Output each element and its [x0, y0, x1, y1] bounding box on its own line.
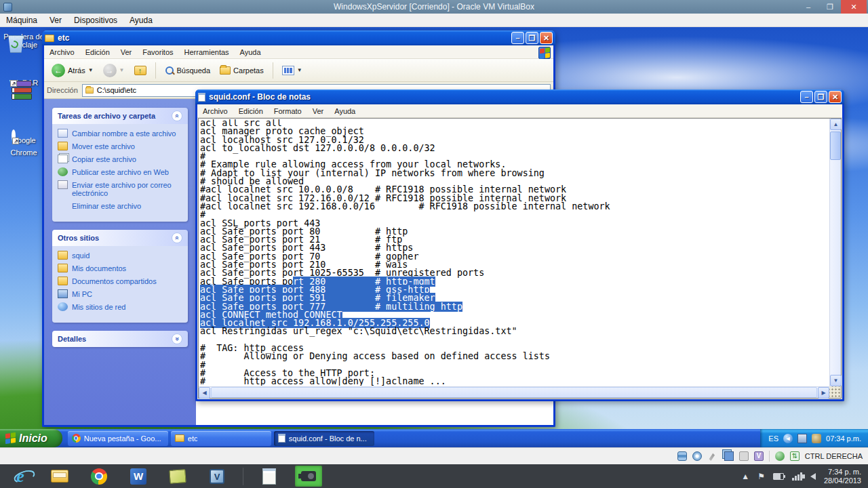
desktop-icon-google-chrome[interactable]: ↗ Google Chrome — [1, 123, 46, 157]
shared-folders-icon[interactable] — [724, 451, 734, 461]
desktop-icon-winrar[interactable]: ↗ WinRAR — [1, 79, 46, 87]
explorer-close-button[interactable]: ✕ — [540, 32, 553, 44]
task-pane-link[interactable]: Copiar este archivo — [58, 155, 184, 163]
menu-item[interactable]: Edición — [233, 107, 269, 115]
scroll-up-icon[interactable]: ▲ — [830, 119, 842, 130]
collapse-chevron-icon[interactable]: » — [172, 110, 182, 121]
action-center-flag-icon[interactable]: ⚑ — [757, 472, 765, 481]
notepad-minimize-button[interactable]: – — [800, 91, 813, 103]
horizontal-scroll-thumb[interactable] — [211, 387, 817, 398]
task-pane-link[interactable]: Cambiar nombre a este archivo — [58, 129, 184, 138]
vbx-network-icon[interactable] — [775, 451, 785, 461]
taskbar-button-notepad[interactable] — [256, 466, 283, 487]
notepad-titlebar[interactable]: squid.conf - Bloc de notas – ❐ ✕ — [195, 89, 844, 104]
start-button[interactable]: Inicio — [0, 429, 62, 447]
file-tasks-panel-header[interactable]: Tareas de archivo y carpeta » — [52, 108, 188, 124]
forward-button[interactable]: → ▼ — [100, 62, 128, 79]
other-places-panel-header[interactable]: Otros sitios » — [52, 230, 188, 246]
panel-title: Detalles — [58, 335, 86, 343]
xp-volume-icon[interactable] — [812, 434, 821, 443]
menu-item[interactable]: Archivo — [44, 48, 80, 56]
task-pane-link[interactable]: Mover este archivo — [58, 142, 184, 150]
menu-item[interactable]: Archivo — [197, 107, 233, 115]
scroll-down-icon[interactable]: ▼ — [830, 375, 842, 386]
search-button[interactable]: Búsqueda — [161, 64, 214, 77]
features-icon[interactable]: V — [754, 451, 764, 461]
views-button[interactable]: ▼ — [279, 64, 306, 77]
show-hidden-icons-icon[interactable]: ▲ — [741, 472, 749, 481]
xp-network-icon[interactable] — [797, 434, 807, 443]
hide-icons-chevron-icon[interactable]: ◄ — [783, 434, 793, 443]
horizontal-scrollbar[interactable]: ◀ ▶ — [199, 386, 829, 398]
vertical-scroll-thumb[interactable] — [830, 131, 841, 160]
xp-desktop[interactable]: Papelera de reciclaje ↗ WinRAR ↗ Google … — [0, 27, 868, 447]
usb-icon[interactable] — [707, 451, 717, 461]
menu-item[interactable]: Ver — [307, 107, 330, 115]
back-dropdown-icon[interactable]: ▼ — [88, 67, 94, 73]
vbox-close-button[interactable]: ✕ — [841, 0, 867, 14]
explorer-titlebar[interactable]: etc – ❐ ✕ — [42, 30, 555, 45]
back-button[interactable]: ← Atrás ▼ — [48, 62, 97, 79]
signal-icon[interactable] — [792, 472, 802, 481]
taskbar-task-button[interactable]: etc — [171, 431, 271, 446]
vertical-scrollbar[interactable]: ▲ ▼ — [829, 119, 841, 386]
vbox-menu-item[interactable]: Ayuda — [123, 14, 159, 26]
menu-item[interactable]: Ayuda — [235, 48, 267, 56]
taskbar-button-virtualbox[interactable]: V — [203, 466, 231, 487]
notepad-maximize-button[interactable]: ❐ — [814, 91, 827, 103]
search-icon — [165, 66, 174, 75]
menu-item[interactable]: Herramientas — [179, 48, 235, 56]
taskbar-task-button[interactable]: squid.conf - Bloc de n... — [274, 431, 374, 446]
task-pane-link[interactable]: Eliminar este archivo — [58, 202, 184, 210]
task-pane-link[interactable]: Enviar este archivo por correo electróni… — [58, 181, 184, 197]
vbox-maximize-button[interactable]: ❐ — [819, 0, 841, 14]
menu-item[interactable]: Formato — [269, 107, 307, 115]
explorer-maximize-button[interactable]: ❐ — [526, 32, 538, 44]
scroll-right-icon[interactable]: ▶ — [818, 387, 829, 399]
taskbar-button-chrome[interactable] — [85, 466, 113, 487]
task-pane-link[interactable]: squid — [58, 251, 184, 260]
folders-button[interactable]: Carpetas — [216, 65, 267, 76]
menu-item[interactable]: Ver — [115, 48, 138, 56]
desktop-icon-recycle-bin[interactable]: Papelera de reciclaje — [1, 33, 46, 49]
task-pane-link[interactable]: Mi PC — [58, 290, 184, 298]
taskbar-button-word[interactable]: W — [125, 466, 152, 487]
battery-icon[interactable] — [773, 473, 784, 480]
views-dropdown-icon[interactable]: ▼ — [297, 67, 302, 73]
notepad-close-button[interactable]: ✕ — [829, 91, 842, 103]
host-clock-date: 28/04/2013 — [824, 476, 861, 485]
speaker-icon[interactable] — [810, 473, 816, 480]
taskbar-button-ie[interactable]: e — [7, 466, 34, 487]
taskbar-button-explorer[interactable] — [46, 466, 73, 487]
display-icon[interactable] — [739, 451, 749, 461]
optical-disc-icon[interactable] — [692, 451, 702, 461]
up-button[interactable]: ↑ — [131, 64, 150, 77]
mouse-integration-icon[interactable]: ⇅ — [790, 451, 800, 461]
xp-clock[interactable]: 07:34 p.m. — [826, 434, 861, 443]
language-indicator[interactable]: ES — [768, 434, 778, 443]
vbox-minimize-button[interactable]: – — [797, 0, 819, 14]
explorer-minimize-button[interactable]: – — [511, 32, 524, 44]
menu-item[interactable]: Ayuda — [329, 107, 361, 115]
vbox-menu-item[interactable]: Ver — [43, 14, 68, 26]
host-clock[interactable]: 7:34 p. m. 28/04/2013 — [824, 468, 861, 485]
menu-item[interactable]: Favoritos — [137, 48, 178, 56]
scroll-left-icon[interactable]: ◀ — [199, 387, 210, 399]
vbox-menu-item[interactable]: Dispositivos — [68, 14, 123, 26]
taskbar-button-notes[interactable] — [164, 466, 191, 487]
collapse-chevron-icon[interactable]: » — [172, 232, 182, 243]
task-pane-link[interactable]: Publicar este archivo en Web — [58, 168, 184, 176]
task-pane-link[interactable]: Documentos compartidos — [58, 277, 184, 285]
expand-chevron-icon[interactable]: » — [172, 333, 182, 344]
taskbar-button-recorder[interactable] — [295, 466, 322, 487]
task-pane-link[interactable]: Mis documentos — [58, 264, 184, 272]
menu-item[interactable]: Edición — [80, 48, 115, 56]
taskbar-task-button[interactable]: Nueva pestaña - Goo... — [68, 431, 168, 446]
hdd-icon[interactable] — [677, 451, 687, 461]
task-pane-link[interactable]: Mis sitios de red — [58, 303, 184, 311]
notepad-text-area[interactable]: acl all src all acl manager proto cache_… — [200, 119, 828, 386]
vbox-menu-item[interactable]: Máquina — [0, 14, 43, 26]
resize-grip[interactable] — [829, 386, 841, 398]
task-button-label: Nueva pestaña - Goo... — [84, 434, 161, 443]
details-panel-header[interactable]: Detalles » — [52, 331, 188, 347]
